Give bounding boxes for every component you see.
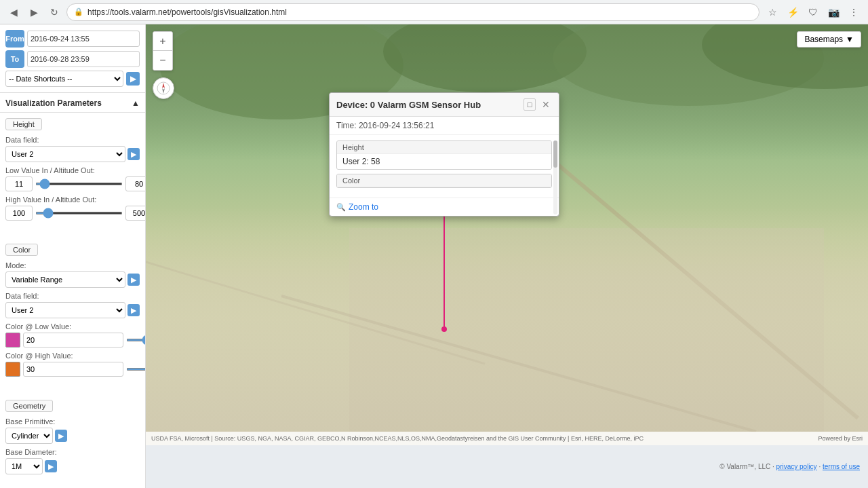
zoom-controls: + −	[153, 31, 173, 71]
high-slider[interactable]	[35, 212, 123, 214]
high-out-input[interactable]	[125, 206, 146, 221]
browser-bar: ◀ ▶ ↻ 🔒 https://tools.valarm.net/powerto…	[0, 0, 868, 24]
from-date-row: From	[5, 30, 140, 48]
extension3-icon[interactable]: 📷	[825, 3, 842, 21]
attribution-left: USDA FSA, Microsoft | Source: USGS, NGA,…	[151, 435, 644, 442]
map-background: + − Basemaps ▼ Device: 0 Valarm GSM Sens	[146, 24, 868, 445]
map-pin-dot	[441, 326, 447, 332]
compass[interactable]	[153, 77, 174, 99]
popup-height-value: User 2: 58	[337, 154, 551, 169]
popup: Device: 0 Valarm GSM Sensor Hub □ ✕ Time…	[329, 92, 559, 217]
more-icon[interactable]: ⋮	[845, 3, 863, 21]
color-high-slider[interactable]	[126, 368, 146, 371]
popup-zoom-to-button[interactable]: 🔍 Zoom to	[336, 202, 378, 212]
low-value-label: Low Value In / Altitude Out:	[5, 166, 140, 174]
compass-icon	[157, 81, 170, 95]
high-value-inputs	[5, 206, 140, 221]
extension-icon[interactable]: ⚡	[784, 3, 802, 21]
color-low-swatch[interactable]	[5, 333, 20, 348]
mode-label: Mode:	[5, 261, 140, 269]
date-shortcuts-select[interactable]: -- Date Shortcuts --	[5, 71, 123, 87]
lock-icon: 🔒	[74, 7, 83, 16]
address-bar[interactable]: 🔒 https://tools.valarm.net/powertools/gi…	[66, 3, 760, 21]
terrain-urban	[146, 208, 868, 445]
popup-scrollbar-thumb[interactable]	[553, 140, 557, 168]
viz-params-header[interactable]: Visualization Parameters ▲	[0, 93, 145, 113]
height-tab[interactable]: Height	[5, 118, 42, 130]
from-label: From	[5, 30, 24, 48]
basemaps-chevron-icon: ▼	[846, 35, 854, 44]
low-value-inputs	[5, 176, 140, 191]
color-low-label: Color @ Low Value:	[5, 322, 140, 331]
footer-text: © Valarm™, LLC · privacy policy · terms …	[719, 463, 860, 470]
color-data-field-select[interactable]: User 2	[5, 302, 125, 318]
popup-body: Height User 2: 58 Color	[330, 135, 559, 198]
from-date-input[interactable]	[27, 31, 140, 47]
color-high-label: Color @ High Value:	[5, 352, 140, 360]
height-data-field-label: Data field:	[5, 136, 140, 144]
base-primitive-arrow-button[interactable]: ▶	[55, 430, 67, 442]
browser-right-icons: ☆ ⚡ 🛡 📷 ⋮	[764, 3, 863, 21]
viz-params-collapse-icon: ▲	[132, 98, 140, 108]
basemaps-button[interactable]: Basemaps ▼	[797, 31, 861, 48]
date-shortcuts-arrow-button[interactable]: ▶	[126, 72, 140, 86]
popup-time: Time: 2016-09-24 13:56:21	[330, 117, 559, 135]
height-data-field-select[interactable]: User 2	[5, 146, 125, 162]
color-data-field-row: User 2 ▶	[5, 302, 140, 318]
bottom-area: © Valarm™, LLC · privacy policy · terms …	[146, 445, 868, 488]
color-high-swatch[interactable]	[5, 362, 20, 377]
height-data-field-arrow-button[interactable]: ▶	[127, 148, 140, 160]
map-area[interactable]: + − Basemaps ▼ Device: 0 Valarm GSM Sens	[146, 24, 868, 488]
attribution-right: Powered by Esri	[818, 435, 863, 442]
sidebar: From To -- Date Shortcuts -- ▶ Visualiza…	[0, 24, 146, 488]
low-in-input[interactable]	[5, 176, 33, 191]
color-data-field-arrow-button[interactable]: ▶	[127, 304, 140, 316]
color-low-row	[5, 333, 140, 348]
nav-forward-button[interactable]: ▶	[26, 4, 42, 20]
basemaps-label: Basemaps	[804, 35, 843, 44]
popup-color-label: Color	[337, 174, 551, 187]
base-primitive-select[interactable]: Cylinder	[5, 428, 53, 444]
bookmark-icon[interactable]: ☆	[764, 3, 781, 21]
color-high-row	[5, 362, 140, 377]
height-data-field-row: User 2 ▶	[5, 146, 140, 162]
popup-zoom-to-label: Zoom to	[349, 202, 378, 212]
mode-arrow-button[interactable]: ▶	[127, 274, 140, 286]
high-in-input[interactable]	[5, 206, 33, 221]
high-value-label: High Value In / Altitude Out:	[5, 195, 140, 204]
zoom-in-button[interactable]: +	[153, 32, 172, 51]
height-section: Height Data field: User 2 ▶ Low Value In…	[0, 113, 145, 230]
date-shortcuts-row: -- Date Shortcuts -- ▶	[5, 71, 140, 87]
geometry-tab[interactable]: Geometry	[5, 400, 53, 412]
viz-params-label: Visualization Parameters	[5, 98, 102, 108]
to-date-input[interactable]	[27, 51, 140, 67]
base-diameter-label: Base Diameter:	[5, 448, 140, 456]
app-container: From To -- Date Shortcuts -- ▶ Visualiza…	[0, 24, 868, 488]
color-tab[interactable]: Color	[5, 244, 38, 256]
color-low-input[interactable]	[23, 333, 123, 348]
base-primitive-row: Cylinder ▶	[5, 428, 140, 444]
nav-refresh-button[interactable]: ↻	[46, 4, 62, 20]
popup-zoom-to-section: 🔍 Zoom to	[330, 198, 559, 216]
geometry-section: Geometry Base Primitive: Cylinder ▶ Base…	[0, 394, 145, 484]
nav-back-button[interactable]: ◀	[5, 4, 22, 20]
low-slider[interactable]	[35, 183, 123, 185]
base-primitive-label: Base Primitive:	[5, 417, 140, 426]
base-diameter-row: 1M ▶	[5, 458, 140, 474]
low-out-input[interactable]	[125, 176, 146, 191]
mode-select[interactable]: Variable Range	[5, 271, 125, 288]
popup-header: Device: 0 Valarm GSM Sensor Hub □ ✕	[330, 93, 559, 117]
privacy-link[interactable]: privacy policy	[776, 463, 817, 470]
color-low-slider[interactable]	[126, 339, 146, 341]
zoom-out-button[interactable]: −	[153, 51, 172, 70]
popup-title: Device: 0 Valarm GSM Sensor Hub	[336, 100, 481, 110]
extension2-icon[interactable]: 🛡	[804, 3, 822, 21]
to-label: To	[5, 50, 24, 68]
terms-link[interactable]: terms of use	[823, 463, 860, 470]
color-high-input[interactable]	[23, 362, 123, 377]
url-text: https://tools.valarm.net/powertools/gisV…	[87, 7, 287, 17]
popup-restore-button[interactable]: □	[524, 98, 536, 111]
base-diameter-arrow-button[interactable]: ▶	[45, 460, 57, 472]
base-diameter-select[interactable]: 1M	[5, 458, 43, 474]
popup-close-button[interactable]: ✕	[540, 98, 552, 111]
